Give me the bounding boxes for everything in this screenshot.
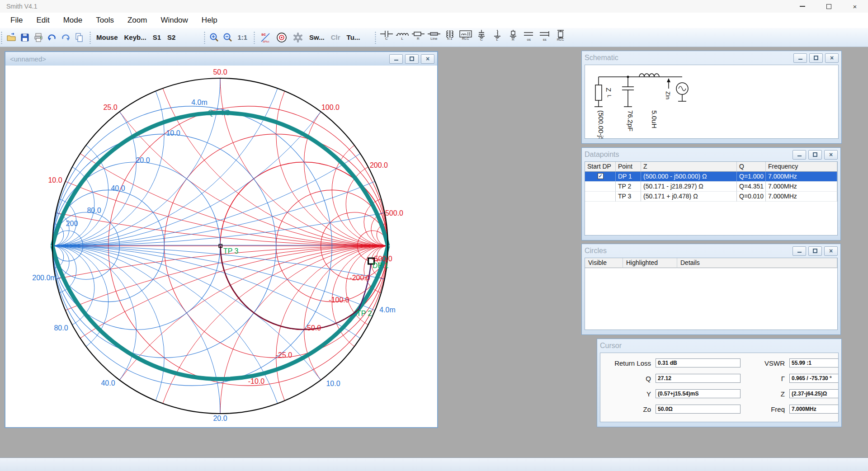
datapoints-titlebar[interactable]: Datapoints × [585,148,838,161]
circles-titlebar[interactable]: Circles × [585,244,838,258]
app-title: Smith V4.1 [0,3,789,10]
tune-button[interactable]: Tu... [344,32,363,43]
circles-close-button[interactable]: × [824,246,838,256]
save-button[interactable] [19,31,31,44]
series-inductor-button[interactable]: L [395,30,410,45]
column-header[interactable]: Details [677,258,837,268]
z-field[interactable]: (2.37-j64.25)Ω [789,389,839,398]
zoom-in-button[interactable] [208,31,221,44]
column-header[interactable]: Start DP [585,162,616,172]
open-stub-button[interactable]: os [521,30,536,45]
svg-text:SPlot: SPlot [263,40,269,43]
component-label: L [401,37,403,41]
undo-button[interactable] [46,31,58,44]
s2-button[interactable]: S2 [164,32,179,43]
cursor-titlebar[interactable]: Cursor [600,339,839,353]
app-minimize-button[interactable] [789,0,816,13]
column-header[interactable]: Frequency [766,162,837,172]
schematic-minimize-button[interactable] [793,53,807,63]
load-resistor [595,85,602,100]
shunt-capacitor-button[interactable]: C [474,30,489,45]
column-header[interactable]: Q [737,162,766,172]
smith-chart-window: <unnamed> × 50.025.0100.010.0200.0500.0-… [5,51,438,428]
y-label: Y [604,390,653,398]
datapoints-minimize-button[interactable] [793,150,806,160]
component-label: RLC [462,37,469,41]
s1-button[interactable]: S1 [150,32,164,43]
transformer-button[interactable]: n:1 [442,30,457,45]
menu-tools[interactable]: Tools [89,14,121,27]
schematic-maximize-button[interactable] [809,53,823,63]
target-button[interactable] [274,31,289,44]
smith-chart[interactable]: 50.025.0100.010.0200.0500.0-500.0-200.0-… [5,66,437,427]
settings-button[interactable] [290,31,306,44]
datapoints-close-button[interactable]: × [824,150,838,160]
menu-help[interactable]: Help [195,14,224,27]
redo-button[interactable] [59,31,72,44]
line-button[interactable]: Line [426,30,441,45]
circles-minimize-button[interactable] [793,246,806,256]
menu-mode[interactable]: Mode [57,14,90,27]
shunt-inductor-button[interactable]: L [490,30,505,45]
zoom-out-icon [222,32,233,43]
table-row[interactable]: TP 2 (50.171 - j218.297) Ω Q=4.351 7.000… [585,182,837,192]
shunt-rlc-button[interactable]: RLC [553,30,568,45]
chart-close-button[interactable]: × [421,54,434,64]
menu-window[interactable]: Window [154,14,194,27]
print-button[interactable] [32,31,45,44]
gamma-field[interactable]: 0.965 / -75.730 ° [789,374,839,383]
chart-window-titlebar[interactable]: <unnamed> × [5,52,437,66]
menu-zoom[interactable]: Zoom [121,14,154,27]
zo-label: Zo [604,405,653,413]
column-header[interactable]: Visible [585,258,623,268]
toolbar-file-group [0,29,89,46]
circles-title: Circles [585,247,790,255]
menu-edit[interactable]: Edit [29,14,56,27]
app-maximize-button[interactable] [816,0,842,13]
smith-chart-canvas[interactable]: 50.025.0100.010.0200.0500.0-500.0-200.0-… [5,66,437,427]
zoom-ratio-label[interactable]: 1:1 [235,33,250,41]
column-header[interactable]: Highlighted [623,258,677,268]
series-capacitor-button[interactable]: C [379,30,394,45]
zo-field[interactable]: 50.0Ω [656,405,741,414]
chart-minimize-button[interactable] [389,54,403,64]
keyboard-mode-button[interactable]: Keyb... [121,32,150,43]
table-row[interactable]: ✓ DP 1 (500.000 - j500.000) Ω Q=1.000 7.… [585,172,837,182]
zoom-out-button[interactable] [222,31,234,44]
clear-button[interactable]: Clr [328,32,344,43]
component-label: R [512,38,514,42]
return-loss-field[interactable]: 0.31 dB [656,358,741,367]
app-close-button[interactable]: × [842,0,868,13]
open-button[interactable] [5,31,18,44]
inductor-coil [639,74,659,77]
vswr-field[interactable]: 55.99 :1 [789,358,839,367]
column-header[interactable]: Point [616,162,641,172]
circles-maximize-button[interactable] [808,246,822,256]
load-label: Z [605,88,613,92]
q-field[interactable]: 27.12 [656,374,741,383]
column-header[interactable]: Z [641,162,737,172]
point-cell: DP 1 [616,172,641,182]
chart-maximize-button[interactable] [405,54,419,64]
open-folder-icon [6,32,17,43]
short-stub-button[interactable]: ss [537,30,552,45]
series-resistor-button[interactable]: R [410,30,425,45]
table-row[interactable]: TP 3 (50.171 + j0.478) Ω Q=0.010 7.000MH… [585,192,837,202]
mouse-mode-button[interactable]: Mouse [93,32,121,43]
schematic-close-button[interactable]: × [825,53,839,63]
toolbar-zoom-group: 1:1 [203,29,253,46]
menu-file[interactable]: File [4,14,29,27]
datapoints-maximize-button[interactable] [808,150,822,160]
z-label: Z [743,390,787,398]
start-dp-checkbox[interactable]: ✓ [598,173,604,179]
rlc-network-button[interactable]: RLC [458,30,473,45]
schematic-titlebar[interactable]: Schematic × [585,51,839,65]
copy-button[interactable] [73,31,85,44]
shunt-resistor-button[interactable]: R [505,30,520,45]
sc-splot-button[interactable]: sc SPlot [258,31,273,44]
schematic-canvas[interactable]: Z L Zin (500.00-j5 76.2pF 5.0uH [585,65,839,139]
toolbar-plot-group: sc SPlot [253,29,366,46]
sweep-button[interactable]: Sw... [306,32,328,43]
freq-field[interactable]: 7.000MHz [789,405,839,414]
y-field[interactable]: (0.57+j15.54)mS [656,389,741,398]
